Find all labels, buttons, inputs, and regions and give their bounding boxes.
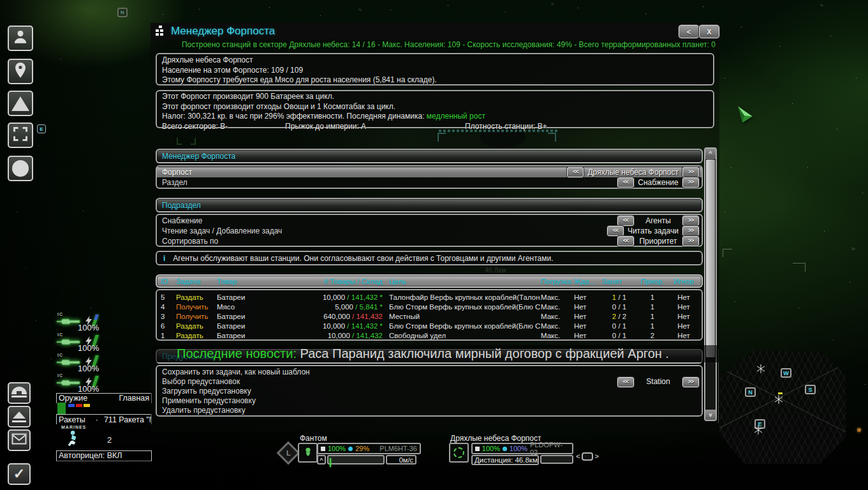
- prev-button[interactable]: <<: [617, 216, 634, 226]
- cell-target: Талонфайр Верфь крупных кораблей(Талон..…: [389, 293, 541, 301]
- sidebar-navigation-button[interactable]: [8, 59, 33, 84]
- menu-row-sort[interactable]: Сортировать по << Приоритет >>: [157, 236, 702, 246]
- menu-row-station[interactable]: Форпост << Дряхлые небеса Форпост >>: [157, 167, 702, 177]
- scroll-down-button[interactable]: v: [705, 410, 716, 420]
- next-button[interactable]: >>: [682, 216, 699, 226]
- tax-trend: медленный рост: [427, 112, 485, 121]
- station-stats-row: Всего секторов: B- Прыжок до империи: A …: [157, 122, 713, 131]
- table-row[interactable]: 5 Раздать Батареи 10,000 / 141,432 * Тал…: [157, 292, 702, 302]
- dome-station-button[interactable]: [8, 382, 31, 404]
- map-gate-north: N: [745, 387, 756, 397]
- table-row[interactable]: 3 Получить Батареи 640,000 / 141,432 Мес…: [157, 311, 702, 321]
- table-row[interactable]: 1 Раздать Батареи 10,000 / 141,432 Свобо…: [157, 330, 702, 340]
- menu-row-tasks[interactable]: Чтение задач / Добавление задач << Читат…: [157, 226, 702, 236]
- weapon-slot: IC 100%: [56, 313, 153, 333]
- preset-apply-row[interactable]: Применить предустановку: [157, 396, 702, 406]
- preset-save-row[interactable]: Сохранить эти задачи, как новый шаблон: [157, 368, 702, 377]
- col-id: ID: [161, 278, 176, 285]
- scrollbar-thumb[interactable]: [706, 160, 715, 357]
- missiles-value: 711 Ракета "Мос: [104, 415, 152, 424]
- tax-line: Налог: 300,321 кр. в час при 296% эффект…: [157, 112, 713, 122]
- prev-button[interactable]: <<: [617, 377, 634, 387]
- cell-task: Раздать: [176, 293, 217, 301]
- col-busy: Занят: [602, 278, 636, 285]
- next-button[interactable]: >>: [682, 236, 699, 246]
- row-label: Выбор предустановок: [162, 377, 240, 387]
- cell-wait: Нет: [574, 293, 602, 301]
- weapon-group-name: Главная: [119, 394, 149, 403]
- sidebar-target-button[interactable]: [8, 122, 33, 148]
- cell-wait: Нет: [574, 322, 602, 330]
- marines-count: 2: [107, 435, 112, 445]
- missiles-dot: ·: [96, 415, 98, 424]
- sidebar-sector-button[interactable]: [8, 156, 33, 181]
- sidebar-pilot-button[interactable]: [8, 26, 33, 51]
- throttle-toggle[interactable]: ^: [317, 455, 326, 464]
- world-bracket: [793, 263, 805, 272]
- ship-class-diamond: L: [277, 442, 300, 465]
- preset-choose-row[interactable]: Выбор предустановок << Station >>: [157, 377, 702, 387]
- stat-jump: Прыжок до империи: A: [280, 122, 366, 132]
- cell-load: Макс.: [541, 293, 574, 301]
- station-selector: << Дряхлые небеса Форпост >>: [567, 167, 699, 177]
- col-load: Погрузка: [541, 278, 574, 285]
- preset-selector: << Station >>: [617, 377, 699, 387]
- target-hud: Дряхлые небеса Форпост 100% 100% PLDOPW-…: [448, 434, 604, 469]
- prev-button[interactable]: <<: [607, 226, 624, 236]
- prev-button[interactable]: <<: [617, 236, 634, 246]
- preset-delete-row[interactable]: Удалить предустановку: [157, 406, 702, 415]
- station-select-box: Форпост << Дряхлые небеса Форпост >> Раз…: [156, 165, 703, 189]
- tasks-selector: << Читать задачи >>: [607, 226, 699, 236]
- section-selector: << Снабжение >>: [617, 177, 699, 188]
- next-button[interactable]: >>: [682, 377, 699, 387]
- menu-row-supply[interactable]: Снабжение << Агенты >>: [157, 216, 702, 226]
- map-marker-dash: [778, 392, 783, 394]
- gate-badge-side-e: E: [37, 124, 46, 133]
- close-button[interactable]: X: [699, 25, 719, 38]
- weapon-percent: 100%: [78, 343, 99, 353]
- summary-line: Этому Форпосту требуется еда Мясо для ро…: [157, 75, 713, 85]
- scroll-up-button[interactable]: ^: [705, 149, 716, 159]
- news-text: Раса Паранид заключила мирный договор с …: [297, 346, 669, 360]
- dock-slot-icon: [582, 452, 592, 461]
- sidebar-autopilot-button[interactable]: [8, 91, 33, 116]
- col-target: Цель: [389, 278, 541, 285]
- subsection-box: Снабжение << Агенты >> Чтение задач / До…: [156, 214, 703, 247]
- cell-target: Блю Сторм Верфь крупных кораблей(Блю С..…: [389, 303, 541, 311]
- menu-row-section[interactable]: Раздел << Снабжение >>: [157, 177, 702, 188]
- target-name: Дряхлые небеса Форпост: [450, 434, 541, 443]
- eject-button[interactable]: [8, 406, 31, 427]
- cell-ignore: Нет: [668, 313, 699, 320]
- shield-icon: [348, 447, 353, 451]
- next-button[interactable]: >>: [682, 167, 699, 177]
- ship-name: Фантом: [300, 434, 327, 443]
- confirm-button[interactable]: ✓: [8, 463, 31, 485]
- messages-button[interactable]: [8, 429, 31, 451]
- map-ship-icon: [756, 364, 765, 376]
- autoaim-bar[interactable]: Автоприцел: ВКЛ: [56, 450, 152, 461]
- cell-prio: 1: [636, 293, 668, 301]
- preset-load-row[interactable]: Загрузить предустановку: [157, 387, 702, 396]
- missiles-bar[interactable]: Ракеты · 711 Ракета "Мос: [56, 414, 152, 424]
- cell-ware: Мясо: [217, 303, 283, 311]
- world-bracket: [723, 249, 732, 257]
- prev-button[interactable]: <<: [617, 177, 634, 188]
- back-button[interactable]: <: [679, 25, 699, 38]
- envelope-icon: [11, 433, 27, 447]
- ship-code: PLM6HT-36: [379, 445, 417, 452]
- table-row[interactable]: 6 Раздать Батареи 10,000 / 141,432 * Блю…: [157, 321, 702, 330]
- info-icon: i: [163, 254, 165, 263]
- next-button[interactable]: >>: [682, 177, 699, 188]
- world-glyph: ≈: [551, 1, 554, 7]
- next-button[interactable]: >>: [682, 226, 699, 236]
- cell-task: Получить: [176, 303, 217, 311]
- weapon-group-bar[interactable]: Оружие Главная: [56, 393, 152, 403]
- station-summary-box: Дряхлые небеса Форпост Население на этом…: [156, 53, 714, 85]
- scrollbar[interactable]: ^ v: [704, 147, 717, 421]
- triangle-up-icon: [11, 96, 29, 111]
- prev-button[interactable]: <<: [567, 167, 584, 177]
- row-label: Форпост: [162, 168, 192, 177]
- table-row[interactable]: 4 Получить Мясо 5,000 / 5,841 * Блю Стор…: [157, 302, 702, 311]
- cell-load: Макс.: [541, 303, 574, 311]
- gravidar-minimap: W N S E: [719, 350, 846, 464]
